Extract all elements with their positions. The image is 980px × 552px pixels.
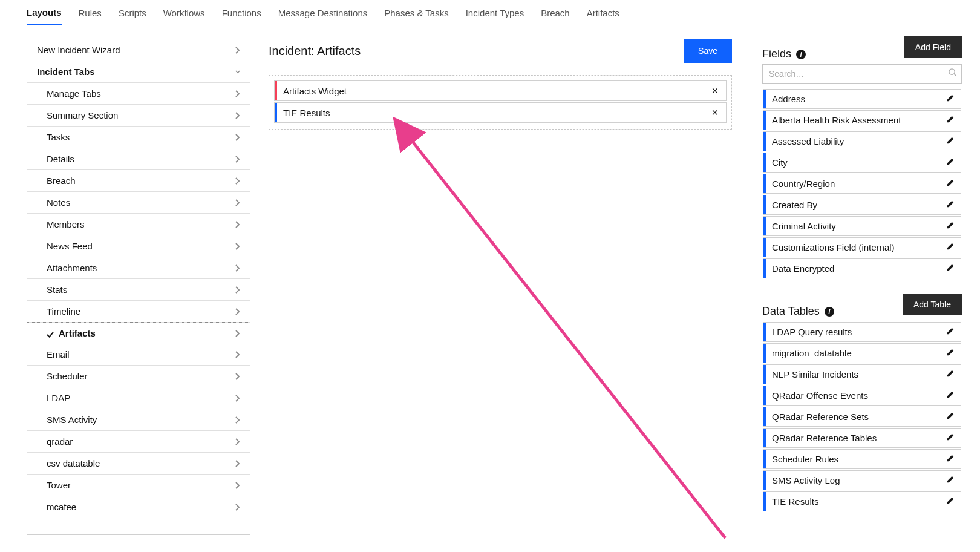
field-item[interactable]: Alberta Health Risk Assessment bbox=[763, 110, 961, 130]
pencil-icon[interactable] bbox=[940, 348, 961, 358]
sidebar-item[interactable]: qradar bbox=[27, 431, 250, 453]
field-item[interactable]: LDAP Query results bbox=[763, 322, 961, 342]
field-item[interactable]: Created By bbox=[763, 195, 961, 215]
field-item[interactable]: QRadar Reference Tables bbox=[763, 428, 961, 448]
field-item[interactable]: Data Encrypted bbox=[763, 258, 961, 278]
field-item[interactable]: Address bbox=[763, 89, 961, 109]
widget-dropzone[interactable]: Artifacts Widget✕TIE Results✕ bbox=[269, 75, 732, 130]
top-tab[interactable]: Breach bbox=[541, 2, 570, 24]
pencil-icon[interactable] bbox=[940, 475, 961, 485]
field-item[interactable]: NLP Similar Incidents bbox=[763, 364, 961, 384]
search-input[interactable] bbox=[762, 64, 962, 84]
sidebar-item[interactable]: Details bbox=[27, 148, 250, 170]
field-item[interactable]: Country/Region bbox=[763, 174, 961, 194]
sidebar-item[interactable]: csv datatable bbox=[27, 453, 250, 475]
chevron-right-icon bbox=[234, 416, 241, 424]
field-item[interactable]: Customizations Field (internal) bbox=[763, 237, 961, 257]
pencil-icon[interactable] bbox=[940, 412, 961, 422]
field-item[interactable]: Scheduler Rules bbox=[763, 449, 961, 469]
check-icon bbox=[47, 330, 54, 337]
sidebar-item[interactable]: Attachments bbox=[27, 257, 250, 279]
save-button[interactable]: Save bbox=[684, 39, 732, 63]
pencil-icon[interactable] bbox=[940, 327, 961, 337]
sidebar-item[interactable]: Tower bbox=[27, 475, 250, 496]
add-field-button[interactable]: Add Field bbox=[904, 36, 962, 58]
sidebar-item[interactable]: Breach bbox=[27, 170, 250, 192]
field-label: Alberta Health Risk Assessment bbox=[766, 115, 940, 125]
top-tab[interactable]: Message Destinations bbox=[278, 2, 368, 24]
pencil-icon[interactable] bbox=[940, 242, 961, 252]
svg-line-3 bbox=[954, 74, 956, 76]
top-tab[interactable]: Workflows bbox=[163, 2, 205, 24]
sidebar-item[interactable]: News Feed bbox=[27, 235, 250, 257]
top-tab[interactable]: Scripts bbox=[119, 2, 146, 24]
info-icon[interactable]: i bbox=[825, 307, 834, 317]
pencil-icon[interactable] bbox=[940, 157, 961, 168]
field-item[interactable]: migration_datatable bbox=[763, 343, 961, 363]
pencil-icon[interactable] bbox=[940, 433, 961, 443]
tables-title-label: Data Tables bbox=[762, 305, 820, 318]
close-icon[interactable]: ✕ bbox=[704, 108, 726, 117]
field-item[interactable]: Assessed Liability bbox=[763, 131, 961, 151]
sidebar-item[interactable]: Notes bbox=[27, 192, 250, 214]
add-table-button[interactable]: Add Table bbox=[903, 294, 962, 315]
field-label: QRadar Offense Events bbox=[766, 390, 940, 401]
pencil-icon[interactable] bbox=[940, 390, 961, 401]
pencil-icon[interactable] bbox=[940, 200, 961, 210]
pencil-icon[interactable] bbox=[940, 369, 961, 380]
field-item[interactable]: QRadar Reference Sets bbox=[763, 407, 961, 427]
field-item[interactable]: City bbox=[763, 153, 961, 172]
sidebar-item[interactable]: Summary Section bbox=[27, 105, 250, 126]
pencil-icon[interactable] bbox=[940, 94, 961, 104]
sidebar-item-label: Members bbox=[47, 219, 234, 229]
sidebar-item[interactable]: Scheduler bbox=[27, 366, 250, 387]
sidebar-item[interactable]: LDAP bbox=[27, 387, 250, 409]
top-tab[interactable]: Phases & Tasks bbox=[384, 2, 448, 24]
sidebar-wizard[interactable]: New Incident Wizard bbox=[27, 39, 250, 61]
fields-panel-head: Fields i Add Field bbox=[762, 39, 962, 61]
top-tab[interactable]: Incident Types bbox=[466, 2, 524, 24]
sidebar-item[interactable]: Members bbox=[27, 214, 250, 235]
widget-chip[interactable]: TIE Results✕ bbox=[274, 102, 727, 123]
sidebar: New Incident Wizard Incident Tabs Manage… bbox=[27, 39, 250, 535]
sidebar-item[interactable]: Artifacts bbox=[27, 322, 250, 344]
sidebar-item-label: Manage Tabs bbox=[47, 88, 234, 99]
fields-search bbox=[762, 64, 962, 84]
pencil-icon[interactable] bbox=[940, 179, 961, 189]
app-root: LayoutsRulesScriptsWorkflowsFunctionsMes… bbox=[0, 0, 980, 552]
sidebar-item[interactable]: Email bbox=[27, 344, 250, 366]
chevron-right-icon bbox=[234, 156, 241, 163]
field-item[interactable]: TIE Results bbox=[763, 491, 961, 511]
sidebar-item[interactable]: SMS Activity bbox=[27, 409, 250, 431]
chevron-right-icon bbox=[234, 438, 241, 445]
info-icon[interactable]: i bbox=[796, 50, 806, 59]
field-item[interactable]: QRadar Offense Events bbox=[763, 386, 961, 406]
top-tab[interactable]: Layouts bbox=[27, 1, 62, 25]
top-tab[interactable]: Functions bbox=[222, 2, 261, 24]
sidebar-item[interactable]: mcafee bbox=[27, 496, 250, 518]
pencil-icon[interactable] bbox=[940, 454, 961, 464]
sidebar-section-head[interactable]: Incident Tabs bbox=[27, 61, 250, 83]
pencil-icon[interactable] bbox=[940, 136, 961, 146]
pencil-icon[interactable] bbox=[940, 496, 961, 507]
field-item[interactable]: Criminal Activity bbox=[763, 216, 961, 236]
pencil-icon[interactable] bbox=[940, 263, 961, 274]
sidebar-item-label: Email bbox=[47, 349, 234, 360]
widget-chip[interactable]: Artifacts Widget✕ bbox=[274, 80, 727, 101]
sidebar-item[interactable]: Manage Tabs bbox=[27, 83, 250, 105]
sidebar-item-label: Details bbox=[47, 154, 234, 164]
sidebar-item[interactable]: Stats bbox=[27, 279, 250, 301]
pencil-icon[interactable] bbox=[940, 221, 961, 231]
sidebar-item[interactable]: Tasks bbox=[27, 126, 250, 148]
chevron-right-icon bbox=[234, 460, 241, 467]
top-tab[interactable]: Artifacts bbox=[587, 2, 619, 24]
pencil-icon[interactable] bbox=[940, 115, 961, 125]
sidebar-item-label: Tasks bbox=[47, 132, 234, 142]
sidebar-item-label: Tower bbox=[47, 480, 234, 490]
page-bar: Incident: Artifacts Save bbox=[269, 39, 732, 63]
sidebar-item[interactable]: Timeline bbox=[27, 301, 250, 323]
field-item[interactable]: SMS Activity Log bbox=[763, 470, 961, 490]
close-icon[interactable]: ✕ bbox=[704, 86, 726, 96]
chevron-right-icon bbox=[234, 395, 241, 402]
top-tab[interactable]: Rules bbox=[79, 2, 102, 24]
